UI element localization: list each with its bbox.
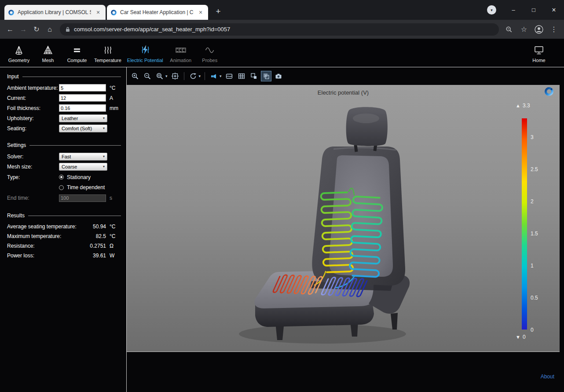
chevron-down-icon[interactable]: ▾	[220, 74, 222, 78]
colorbar-min-label: ▼ 0	[516, 334, 526, 340]
unit-label: W	[110, 253, 120, 259]
unit-label: A	[110, 95, 113, 101]
parameters-sidebar: Input Ambient temperature: °C Current: A…	[0, 67, 127, 392]
comsol-favicon-icon	[110, 9, 117, 16]
environment-reflections-icon[interactable]	[224, 71, 234, 81]
type-row: Type: Stationary	[7, 172, 121, 183]
tab-title: Application Library | COMSOL Se	[18, 9, 91, 15]
show-grid-icon[interactable]	[237, 71, 246, 81]
reload-button[interactable]: ↻	[30, 23, 43, 36]
mesh-size-dropdown[interactable]: Coarse ▾	[59, 163, 107, 171]
temperature-icon	[103, 43, 113, 55]
zoom-extents-icon[interactable]	[170, 71, 180, 81]
toolbar-item-compute[interactable]: Compute	[62, 39, 92, 67]
tab-title: Car Seat Heater Application | CO	[120, 9, 194, 15]
end-time-field	[59, 194, 106, 202]
upholstery-dropdown[interactable]: Leather ▾	[59, 114, 107, 122]
snapshot-camera-icon[interactable]	[274, 71, 283, 81]
plot-canvas[interactable]: Electric potential (V)	[127, 85, 560, 352]
zoom-out-icon[interactable]	[143, 71, 152, 81]
input-section-header: Input	[7, 73, 121, 80]
tab-car-seat-heater[interactable]: Car Seat Heater Application | CO ×	[107, 5, 208, 20]
close-tab-icon[interactable]: ×	[197, 8, 205, 16]
url-bar[interactable]: comsol.com/server-demo/app/car_seat_heat…	[60, 23, 499, 36]
current-row: Current: A	[7, 93, 121, 103]
toolbar-item-probes[interactable]: Probes	[195, 39, 224, 67]
zoom-box-icon[interactable]	[155, 71, 165, 81]
animation-icon	[175, 43, 187, 55]
browser-menu-icon[interactable]: ⋮	[547, 23, 560, 36]
colorbar-tick: 3	[531, 134, 534, 140]
selection-colors-icon[interactable]	[249, 71, 259, 81]
foil-thickness-row: Foil thickness: mm	[7, 103, 121, 113]
colorbar-tick: 0	[531, 327, 534, 333]
foil-thickness-field[interactable]	[59, 104, 106, 112]
toolbar-item-mesh[interactable]: Mesh	[33, 39, 62, 67]
graphics-panel: ▾ ▾ ▾	[127, 67, 564, 392]
mesh-size-row: Mesh size: Coarse ▾	[7, 161, 121, 172]
browser-address-bar: ← → ↻ ⌂ comsol.com/server-demo/app/car_s…	[0, 20, 564, 39]
ambient-temperature-field[interactable]	[59, 84, 106, 92]
new-tab-button[interactable]: +	[212, 5, 224, 18]
colorbar-tick: 2	[531, 198, 534, 205]
radio-time-dependent[interactable]	[59, 185, 64, 190]
result-row-power-loss: Power loss: 39.61 W	[7, 251, 121, 260]
maximize-button[interactable]: □	[524, 0, 544, 20]
chevron-down-icon[interactable]: ▾	[165, 74, 168, 78]
bookmark-star-icon[interactable]: ☆	[517, 23, 531, 36]
comsol-logo-icon[interactable]	[544, 86, 554, 99]
url-text: comsol.com/server-demo/app/car_seat_heat…	[74, 26, 230, 33]
colorbar-tick: 1	[531, 263, 534, 269]
electric-potential-icon	[139, 43, 151, 55]
car-seat-3d-model[interactable]	[127, 85, 560, 352]
ambient-temperature-row: Ambient temperature: °C	[7, 83, 121, 93]
transparency-icon[interactable]	[261, 71, 271, 81]
current-field[interactable]	[59, 94, 106, 102]
radio-stationary[interactable]	[59, 175, 64, 180]
unit-label: °C	[110, 223, 120, 230]
result-value: 50.94	[81, 223, 106, 230]
zoom-in-icon[interactable]	[130, 71, 140, 81]
home-screen-icon	[533, 43, 545, 55]
page-zoom-icon[interactable]	[502, 23, 516, 36]
avatar-icon	[535, 25, 543, 34]
mesh-icon	[43, 43, 53, 55]
result-row-resistance: Resistance: 0.2751 Ω	[7, 241, 121, 251]
tab-application-library[interactable]: Application Library | COMSOL Se ×	[4, 5, 106, 20]
chevron-down-icon[interactable]: ▾	[199, 74, 201, 78]
about-link[interactable]: About	[541, 374, 554, 380]
app-ribbon: Geometry Mesh Compute Temperature	[0, 39, 564, 67]
toolbar-item-electric-potential[interactable]: Electric Potential	[124, 39, 166, 67]
graphics-toolbar: ▾ ▾ ▾	[127, 67, 564, 85]
back-button[interactable]: ←	[4, 23, 17, 36]
solver-dropdown[interactable]: Fast ▾	[59, 153, 107, 161]
minimize-button[interactable]: –	[503, 0, 524, 20]
chevron-down-icon: ▾	[103, 126, 105, 130]
forward-button[interactable]: →	[17, 23, 30, 36]
colorbar	[522, 118, 527, 330]
toolbar-item-geometry[interactable]: Geometry	[4, 39, 33, 67]
close-tab-icon[interactable]: ×	[94, 8, 102, 16]
rotate-view-icon[interactable]	[188, 71, 198, 81]
seating-row: Seating: Comfort (Soft) ▾	[7, 123, 121, 133]
seat-leg	[391, 313, 398, 330]
colorbar-tick: 2.5	[531, 166, 538, 172]
toolbar-item-temperature[interactable]: Temperature	[92, 39, 124, 67]
seating-dropdown[interactable]: Comfort (Soft) ▾	[59, 125, 107, 132]
profile-avatar-icon[interactable]	[532, 23, 546, 36]
compute-icon	[72, 43, 82, 55]
comsol-favicon-icon	[8, 9, 15, 16]
browser-home-button[interactable]: ⌂	[43, 23, 56, 36]
headrest	[346, 107, 388, 146]
unit-label: °C	[110, 85, 115, 91]
solver-row: Solver: Fast ▾	[7, 151, 121, 161]
scene-light-icon[interactable]	[209, 71, 219, 81]
toolbar-item-home[interactable]: Home	[524, 39, 553, 67]
colorbar-tick: 0.5	[531, 295, 538, 301]
toolbar-item-animation[interactable]: Animation	[166, 39, 195, 67]
probes-icon	[205, 43, 215, 55]
tab-search-button[interactable]: ▾	[487, 5, 496, 15]
colorbar-max-label: ▲ 3.3	[516, 103, 530, 109]
window-close-button[interactable]: ×	[544, 0, 564, 20]
browser-tab-strip: Application Library | COMSOL Se × Car Se…	[0, 0, 564, 20]
